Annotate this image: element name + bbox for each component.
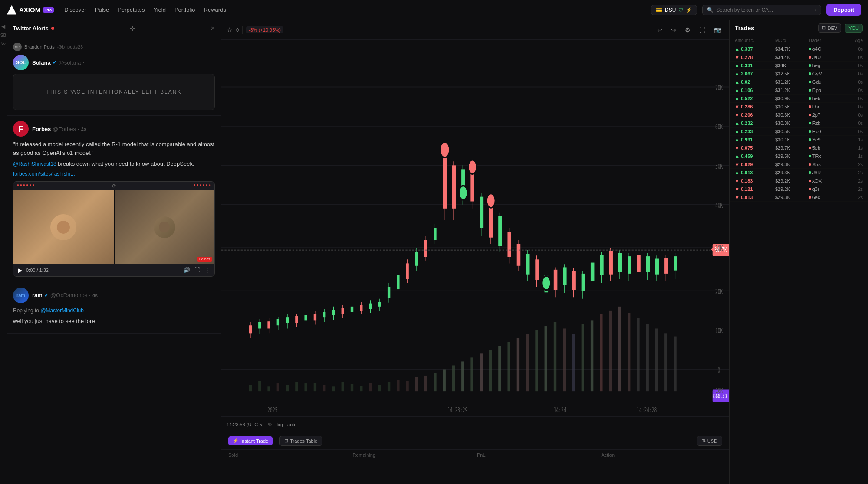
svg-rect-19 bbox=[351, 384, 353, 391]
trader-dot bbox=[809, 171, 811, 174]
chart-camera-button[interactable]: 📷 bbox=[711, 25, 724, 35]
redo-button[interactable]: ↪ bbox=[668, 25, 679, 35]
forbes-time: 2s bbox=[81, 126, 86, 131]
trade-age: 0s bbox=[845, 121, 863, 126]
svg-rect-41 bbox=[554, 322, 556, 391]
svg-rect-9 bbox=[258, 381, 261, 392]
trade-row[interactable]: ▼ 0.183 $29.2K xQX 2s bbox=[730, 177, 868, 185]
svg-rect-146 bbox=[664, 258, 668, 274]
toolbar-divider bbox=[242, 26, 243, 34]
svg-rect-138 bbox=[628, 256, 631, 274]
trade-row[interactable]: ▼ 0.286 $30.5K Lbr 0s bbox=[730, 103, 868, 111]
svg-rect-44 bbox=[582, 324, 584, 392]
trades-table-button[interactable]: ⊞ Trades Table bbox=[279, 436, 322, 446]
rashi-mention[interactable]: @RashiShrivast18 bbox=[13, 161, 56, 167]
trade-row[interactable]: ▲ 0.331 $34K beg 0s bbox=[730, 62, 868, 70]
trade-row[interactable]: ▼ 0.029 $29.3K X5s 2s bbox=[730, 160, 868, 169]
more-icon[interactable]: ⋮ bbox=[204, 267, 210, 273]
trade-row[interactable]: ▲ 0.991 $30.1K Yc9 1s bbox=[730, 136, 868, 144]
chart-settings-button[interactable]: ⚙ bbox=[682, 25, 693, 35]
search-bar[interactable]: 🔍 / bbox=[702, 5, 821, 15]
video-controls[interactable]: ▶ 0:00 / 1:32 🔊 ⛶ ⋮ bbox=[13, 264, 214, 276]
video-icons: 🔊 ⛶ ⋮ bbox=[183, 267, 210, 273]
svg-rect-16 bbox=[323, 385, 326, 391]
trade-row[interactable]: ▼ 0.013 $29.3K 6ec 2s bbox=[730, 193, 868, 202]
chart-expand-button[interactable]: ⛶ bbox=[697, 25, 708, 35]
trade-trader: Pzk bbox=[809, 121, 844, 126]
svg-rect-39 bbox=[535, 330, 538, 391]
trader-dot bbox=[809, 72, 811, 75]
trade-row[interactable]: ▲ 0.232 $30.3K Pzk 0s bbox=[730, 119, 868, 128]
trade-row[interactable]: ▲ 0.013 $29.3K J6R 2s bbox=[730, 169, 868, 177]
forbes-user-info: Forbes @Forbes · 2s bbox=[32, 126, 86, 132]
svg-rect-10 bbox=[267, 386, 270, 391]
filter-dev-button[interactable]: ⊞ DEV bbox=[818, 23, 842, 33]
trade-age: 0s bbox=[845, 113, 863, 118]
nav-rewards[interactable]: Rewards bbox=[204, 7, 226, 13]
bookmark-icon[interactable]: ☆ bbox=[227, 26, 233, 34]
trade-mc: $31.2K bbox=[775, 88, 807, 93]
trade-row[interactable]: ▲ 2.667 $32.5K GyM 0s bbox=[730, 70, 868, 78]
undo-button[interactable]: ↩ bbox=[654, 25, 665, 35]
ram-avatar: ram bbox=[13, 288, 29, 303]
trade-row[interactable]: ▼ 0.121 $29.2K q3r 2s bbox=[730, 185, 868, 193]
chart-auto-option[interactable]: auto bbox=[287, 422, 296, 427]
trades-list: ▲ 0.337 $34.7K o4C 0s ▼ 0.278 $34.4K JaU… bbox=[730, 45, 868, 202]
play-button[interactable]: ▶ bbox=[18, 267, 23, 274]
retweeted-by-row: BP Brandon Potts @b_potts23 bbox=[13, 43, 215, 51]
sidebar-vol-icon[interactable]: Vo bbox=[0, 41, 7, 46]
trade-row[interactable]: ▲ 0.522 $30.9K heb 0s bbox=[730, 95, 868, 103]
ram-tweet-header: ram ram ✓ @OxRamonos · 4s bbox=[13, 288, 215, 303]
trader-dot bbox=[809, 138, 811, 141]
chart-log-option[interactable]: log bbox=[276, 422, 283, 427]
svg-rect-58 bbox=[258, 322, 261, 328]
svg-rect-45 bbox=[591, 320, 593, 391]
trade-row[interactable]: ▲ 0.106 $31.2K Dpb 0s bbox=[730, 86, 868, 95]
twitter-alerts-title: Twitter Alerts bbox=[13, 25, 49, 32]
nav-perpetuals[interactable]: Perpetuals bbox=[118, 7, 145, 13]
bolt-icon: ⚡ bbox=[686, 7, 692, 13]
svg-rect-144 bbox=[655, 259, 659, 275]
trade-row[interactable]: ▲ 0.233 $30.5K Hc0 0s bbox=[730, 128, 868, 136]
nav-yield[interactable]: Yield bbox=[153, 7, 165, 13]
trade-age: 0s bbox=[845, 105, 863, 109]
action-col-header: Action bbox=[602, 452, 723, 458]
trade-row[interactable]: ▼ 0.206 $30.3K 2p7 0s bbox=[730, 111, 868, 119]
app-logo[interactable]: AXIOM Pro bbox=[7, 5, 54, 15]
nav-pulse[interactable]: Pulse bbox=[95, 7, 109, 13]
search-input[interactable] bbox=[716, 7, 812, 13]
instant-trade-button[interactable]: ⚡ Instant Trade bbox=[228, 436, 273, 445]
trade-age: 0s bbox=[845, 47, 863, 52]
nav-discover[interactable]: Discover bbox=[64, 7, 86, 13]
fullscreen-icon[interactable]: ⛶ bbox=[194, 267, 200, 273]
trade-row[interactable]: ▲ 0.459 $29.5K TRx 1s bbox=[730, 152, 868, 160]
trade-row[interactable]: ▼ 0.075 $29.7K 5eb 1s bbox=[730, 144, 868, 152]
trade-age: 2s bbox=[845, 195, 863, 200]
svg-rect-54 bbox=[674, 337, 676, 392]
svg-rect-86 bbox=[388, 287, 390, 298]
person-face-right bbox=[154, 216, 175, 238]
mastermind-mention[interactable]: @MasterMindClub bbox=[40, 307, 84, 314]
filter-you-button[interactable]: YOU bbox=[845, 24, 863, 33]
dsu-token-label: DSU bbox=[665, 7, 676, 13]
ram-tweet-text: well you just have to see the lore bbox=[13, 317, 215, 326]
ram-reply-prefix: Replying to @MasterMindClub bbox=[13, 307, 215, 314]
trades-panel-title: Trades bbox=[735, 25, 815, 32]
trade-row[interactable]: ▲ 0.02 $31.2K Gdu 0s bbox=[730, 78, 868, 86]
panel-close-button[interactable]: × bbox=[211, 25, 215, 33]
trade-row[interactable]: ▼ 0.278 $34.4K JaU 0s bbox=[730, 53, 868, 62]
forbes-article-link[interactable]: forbes.com/sites/rashishr... bbox=[13, 171, 215, 177]
panel-move-icon[interactable]: ✛ bbox=[130, 24, 135, 33]
trade-row[interactable]: ▲ 0.337 $34.7K o4C 0s bbox=[730, 45, 868, 53]
percent-symbol[interactable]: % bbox=[268, 422, 273, 427]
nav-portfolio[interactable]: Portfolio bbox=[174, 7, 195, 13]
dsu-chip[interactable]: 💳 DSU 🛡 ⚡ bbox=[651, 5, 697, 15]
usd-button[interactable]: ⇅ USD bbox=[697, 436, 722, 446]
trade-trader: TRx bbox=[809, 154, 844, 159]
person-face-left bbox=[50, 214, 76, 240]
sidebar-chart-icon[interactable]: SB bbox=[0, 33, 7, 38]
volume-icon[interactable]: 🔊 bbox=[183, 267, 190, 273]
sidebar-collapse-icon[interactable]: ◀ bbox=[0, 23, 7, 29]
trade-trader: Hc0 bbox=[809, 129, 844, 134]
deposit-button[interactable]: Deposit bbox=[826, 4, 861, 16]
